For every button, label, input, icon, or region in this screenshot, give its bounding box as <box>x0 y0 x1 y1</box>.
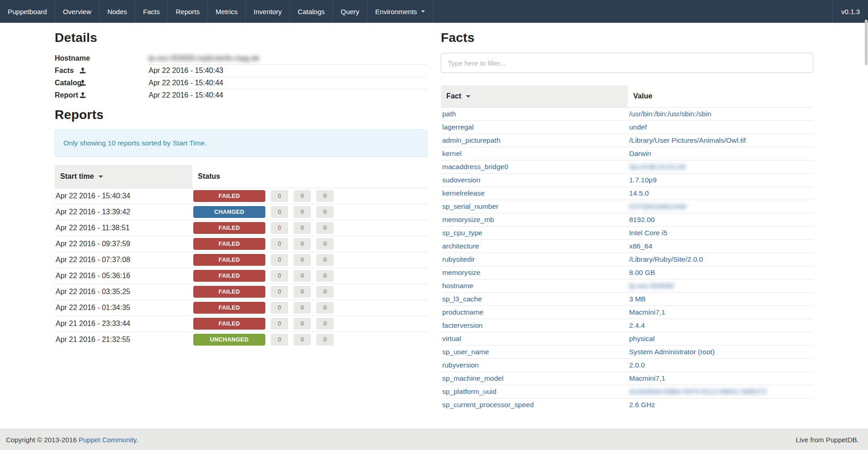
fact-row: memorysize_mb8192.00 <box>441 213 813 227</box>
status-badge-failed[interactable]: FAILED <box>193 222 265 234</box>
reports-column-status[interactable]: Status <box>192 165 427 188</box>
fact-name-link[interactable]: rubyversion <box>442 361 479 369</box>
fact-name-link[interactable]: macaddress_bridge0 <box>442 163 508 171</box>
fact-name-link[interactable]: lagerregal <box>442 123 474 131</box>
fact-row: kernelDarwin <box>441 147 813 160</box>
fact-value-link[interactable]: System Administrator (root) <box>629 348 715 356</box>
detail-value: Apr 22 2016 - 15:40:44 <box>149 77 427 89</box>
status-badge-failed[interactable]: FAILED <box>193 254 265 266</box>
fact-value-link[interactable]: 3a:c9:86:22:01:00 <box>629 163 686 171</box>
fact-name-cell: sp_serial_number <box>441 200 628 213</box>
reports-column-start-time[interactable]: Start time <box>55 165 192 188</box>
fact-value-cell: 3 MB <box>628 293 813 306</box>
fact-name-link[interactable]: rubysitedir <box>442 255 475 263</box>
facts-column-value[interactable]: Value <box>628 85 813 108</box>
fact-name-cell: kernel <box>441 147 628 160</box>
fact-name-link[interactable]: path <box>442 110 456 118</box>
fact-value-link[interactable]: 8192.00 <box>629 216 655 223</box>
nav-item-inventory[interactable]: Inventory <box>246 0 290 23</box>
fact-value-link[interactable]: 2.0.0 <box>629 361 645 369</box>
fact-name-link[interactable]: hostname <box>442 282 473 290</box>
fact-name-link[interactable]: kernelrelease <box>442 189 485 197</box>
facts-column-fact[interactable]: Fact <box>441 85 628 108</box>
fact-value-link[interactable]: Macmini7,1 <box>629 374 665 382</box>
fact-value-link[interactable]: C07QN1A6G1HW <box>629 202 687 210</box>
fact-name-link[interactable]: facterversion <box>442 321 483 329</box>
nav-item-reports[interactable]: Reports <box>168 0 208 23</box>
nav-item-query[interactable]: Query <box>333 0 367 23</box>
nav-item-nodes[interactable]: Nodes <box>99 0 135 23</box>
report-row: Apr 22 2016 - 03:35:25FAILED000 <box>55 284 427 300</box>
upload-icon[interactable] <box>79 79 86 88</box>
report-row: Apr 22 2016 - 01:34:35FAILED000 <box>55 300 427 316</box>
fact-name-link[interactable]: sp_current_processor_speed <box>442 401 534 409</box>
report-status-cell: UNCHANGED000 <box>192 332 427 348</box>
nav-item-catalogs[interactable]: Catalogs <box>290 0 333 23</box>
report-status-cell: CHANGED000 <box>192 204 427 220</box>
fact-name-link[interactable]: sudoversion <box>442 176 480 184</box>
fact-value-link[interactable]: lp-osx-003056 <box>629 282 674 290</box>
fact-value-link[interactable]: x86_64 <box>629 242 652 250</box>
fact-value-link[interactable]: 2.6 GHz <box>629 401 655 409</box>
fact-name-link[interactable]: virtual <box>442 335 461 342</box>
fact-value-link[interactable]: 14.5.0 <box>629 189 649 197</box>
fact-name-link[interactable]: sp_machine_model <box>442 374 503 382</box>
puppet-community-link[interactable]: Puppet Community <box>79 436 136 444</box>
fact-value-link[interactable]: physical <box>629 335 655 342</box>
fact-row: sp_current_processor_speed2.6 GHz <box>441 398 813 412</box>
fact-value-cell: Intel Core i5 <box>628 227 813 240</box>
upload-icon[interactable] <box>79 67 86 76</box>
fact-value-link[interactable]: 3 MB <box>629 295 646 303</box>
fact-name-link[interactable]: sp_serial_number <box>442 202 498 210</box>
report-status-cell: FAILED000 <box>192 236 427 252</box>
fact-value-link[interactable]: /Library/User Pictures/Animals/Owl.tif <box>629 136 746 144</box>
fact-name-link[interactable]: sp_cpu_type <box>442 229 482 237</box>
facts-filter-input[interactable] <box>441 53 813 73</box>
fact-name-link[interactable]: memorysize <box>442 269 480 276</box>
report-status-cell: FAILED000 <box>192 220 427 236</box>
status-badge-failed[interactable]: FAILED <box>193 302 265 314</box>
fact-value-link[interactable]: Macmini7,1 <box>629 308 665 316</box>
footer-puppetdb-status: Live from PuppetDB. <box>796 436 859 444</box>
fact-value-link[interactable]: 1.7.10p9 <box>629 176 656 184</box>
fact-name-link[interactable]: memorysize_mb <box>442 216 494 223</box>
status-badge-failed[interactable]: FAILED <box>193 286 265 298</box>
fact-name-link[interactable]: sp_user_name <box>442 348 489 356</box>
fact-name-link[interactable]: admin_picturepath <box>442 136 501 144</box>
nav-brand[interactable]: Puppetboard <box>0 0 55 23</box>
fact-value-link[interactable]: Darwin <box>629 150 651 157</box>
fact-value-link[interactable]: Intel Core i5 <box>629 229 667 237</box>
nav-item-metrics[interactable]: Metrics <box>208 0 246 23</box>
status-badge-unchanged[interactable]: UNCHANGED <box>193 334 265 346</box>
detail-label: Facts <box>55 65 149 77</box>
fact-name-link[interactable]: kernel <box>442 150 461 157</box>
fact-value-link[interactable]: /Library/Ruby/Site/2.0.0 <box>629 255 703 263</box>
fact-value-link[interactable]: 41A00640-60BA-5970-8113-06651736E372 <box>629 388 767 395</box>
fact-name-link[interactable]: sp_platform_uuid <box>442 388 496 395</box>
status-badge-failed[interactable]: FAILED <box>193 238 265 250</box>
fact-name-link[interactable]: sp_l3_cache <box>442 295 482 303</box>
metric-count-pill: 0 <box>316 238 334 250</box>
fact-value-link[interactable]: 8.00 GB <box>629 269 655 276</box>
upload-icon[interactable] <box>79 92 86 100</box>
fact-value-link[interactable]: 2.4.4 <box>629 321 645 329</box>
status-badge-failed[interactable]: FAILED <box>193 190 265 202</box>
nav-item-facts[interactable]: Facts <box>135 0 168 23</box>
status-badge-failed[interactable]: FAILED <box>193 270 265 282</box>
fact-value-link[interactable]: undef <box>629 123 647 131</box>
fact-value-cell: 2.4.4 <box>628 319 813 332</box>
fact-value-cell: 41A00640-60BA-5970-8113-06651736E372 <box>628 385 813 398</box>
fact-value-cell: C07QN1A6G1HW <box>628 200 813 213</box>
nav-item-environments[interactable]: Environments <box>367 0 433 23</box>
fact-name-link[interactable]: architecture <box>442 242 479 250</box>
status-badge-failed[interactable]: FAILED <box>193 318 265 330</box>
metric-count-pill: 0 <box>271 222 288 234</box>
fact-name-cell: sp_user_name <box>441 346 628 359</box>
scrollbar-thumb[interactable] <box>865 20 868 65</box>
fact-value-cell: /usr/bin:/bin:/usr/sbin:/sbin <box>628 108 813 121</box>
fact-name-link[interactable]: productname <box>442 308 483 316</box>
nav-item-overview[interactable]: Overview <box>55 0 100 23</box>
status-badge-changed[interactable]: CHANGED <box>193 206 265 218</box>
fact-row: sp_cpu_typeIntel Core i5 <box>441 227 813 240</box>
fact-value-link[interactable]: /usr/bin:/bin:/usr/sbin:/sbin <box>629 110 711 118</box>
